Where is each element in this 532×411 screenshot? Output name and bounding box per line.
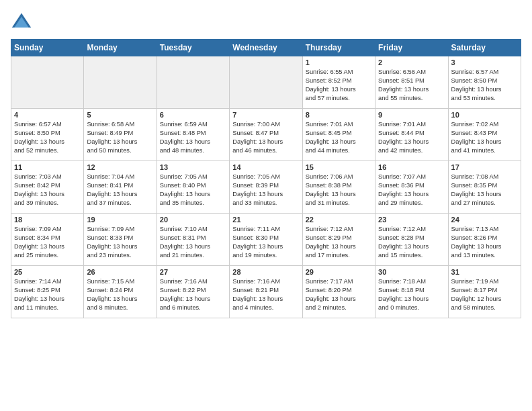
day-info: Sunrise: 6:57 AM Sunset: 8:50 PM Dayligh… (451, 68, 518, 103)
calendar-day: 18Sunrise: 7:09 AM Sunset: 8:34 PM Dayli… (11, 214, 84, 266)
day-info: Sunrise: 7:03 AM Sunset: 8:42 PM Dayligh… (14, 173, 81, 208)
day-info: Sunrise: 7:12 AM Sunset: 8:29 PM Dayligh… (306, 225, 372, 260)
day-info: Sunrise: 7:16 AM Sunset: 8:21 PM Dayligh… (232, 277, 299, 312)
day-info: Sunrise: 7:02 AM Sunset: 8:43 PM Dayligh… (451, 120, 518, 155)
day-info: Sunrise: 6:55 AM Sunset: 8:52 PM Dayligh… (306, 68, 372, 103)
day-info: Sunrise: 7:19 AM Sunset: 8:17 PM Dayligh… (451, 277, 518, 312)
calendar-day: 23Sunrise: 7:12 AM Sunset: 8:28 PM Dayli… (375, 214, 448, 266)
weekday-header-monday: Monday (84, 40, 157, 56)
calendar-day: 26Sunrise: 7:15 AM Sunset: 8:24 PM Dayli… (84, 266, 157, 318)
day-number: 30 (378, 268, 445, 276)
calendar-day (84, 56, 157, 109)
calendar-day: 17Sunrise: 7:08 AM Sunset: 8:35 PM Dayli… (448, 161, 521, 214)
calendar-day: 31Sunrise: 7:19 AM Sunset: 8:17 PM Dayli… (448, 266, 521, 318)
day-info: Sunrise: 7:06 AM Sunset: 8:38 PM Dayligh… (306, 173, 372, 208)
day-number: 27 (160, 268, 226, 276)
weekday-header-saturday: Saturday (448, 40, 521, 56)
calendar-day: 19Sunrise: 7:09 AM Sunset: 8:33 PM Dayli… (84, 214, 157, 266)
day-info: Sunrise: 7:10 AM Sunset: 8:31 PM Dayligh… (160, 225, 226, 260)
weekday-header-row: SundayMondayTuesdayWednesdayThursdayFrid… (11, 40, 521, 56)
calendar-day: 25Sunrise: 7:14 AM Sunset: 8:25 PM Dayli… (11, 266, 84, 318)
day-number: 26 (87, 268, 153, 276)
calendar-week-3: 11Sunrise: 7:03 AM Sunset: 8:42 PM Dayli… (11, 161, 521, 214)
day-info: Sunrise: 7:15 AM Sunset: 8:24 PM Dayligh… (87, 277, 153, 312)
day-number: 28 (232, 268, 299, 276)
day-number: 9 (378, 111, 445, 119)
calendar-table: SundayMondayTuesdayWednesdayThursdayFrid… (11, 39, 521, 318)
calendar-day (11, 56, 84, 109)
day-number: 6 (160, 111, 226, 119)
calendar-day: 28Sunrise: 7:16 AM Sunset: 8:21 PM Dayli… (230, 266, 302, 318)
calendar-day: 20Sunrise: 7:10 AM Sunset: 8:31 PM Dayli… (157, 214, 229, 266)
day-number: 22 (306, 216, 372, 224)
day-info: Sunrise: 7:18 AM Sunset: 8:18 PM Dayligh… (378, 277, 445, 312)
day-info: Sunrise: 7:09 AM Sunset: 8:33 PM Dayligh… (87, 225, 153, 260)
day-info: Sunrise: 7:00 AM Sunset: 8:47 PM Dayligh… (232, 120, 299, 155)
day-number: 17 (451, 163, 518, 171)
day-number: 29 (306, 268, 372, 276)
day-number: 14 (232, 163, 299, 171)
day-info: Sunrise: 7:17 AM Sunset: 8:20 PM Dayligh… (306, 277, 372, 312)
page-header (11, 11, 521, 32)
calendar-day: 24Sunrise: 7:13 AM Sunset: 8:26 PM Dayli… (448, 214, 521, 266)
day-info: Sunrise: 7:04 AM Sunset: 8:41 PM Dayligh… (87, 173, 153, 208)
calendar-day: 10Sunrise: 7:02 AM Sunset: 8:43 PM Dayli… (448, 109, 521, 161)
calendar-day: 3Sunrise: 6:57 AM Sunset: 8:50 PM Daylig… (448, 56, 521, 109)
calendar-day: 22Sunrise: 7:12 AM Sunset: 8:29 PM Dayli… (302, 214, 375, 266)
day-info: Sunrise: 7:07 AM Sunset: 8:36 PM Dayligh… (378, 173, 445, 208)
logo-icon (11, 11, 32, 32)
calendar-week-5: 25Sunrise: 7:14 AM Sunset: 8:25 PM Dayli… (11, 266, 521, 318)
day-number: 23 (378, 216, 445, 224)
calendar-day: 11Sunrise: 7:03 AM Sunset: 8:42 PM Dayli… (11, 161, 84, 214)
day-info: Sunrise: 7:16 AM Sunset: 8:22 PM Dayligh… (160, 277, 226, 312)
day-number: 8 (306, 111, 372, 119)
day-info: Sunrise: 6:58 AM Sunset: 8:49 PM Dayligh… (87, 120, 153, 155)
day-info: Sunrise: 7:14 AM Sunset: 8:25 PM Dayligh… (14, 277, 81, 312)
calendar-body: 1Sunrise: 6:55 AM Sunset: 8:52 PM Daylig… (11, 56, 521, 318)
day-info: Sunrise: 7:13 AM Sunset: 8:26 PM Dayligh… (451, 225, 518, 260)
day-number: 7 (232, 111, 299, 119)
weekday-header-thursday: Thursday (302, 40, 375, 56)
calendar-day: 12Sunrise: 7:04 AM Sunset: 8:41 PM Dayli… (84, 161, 157, 214)
day-number: 3 (451, 58, 518, 66)
calendar-header: SundayMondayTuesdayWednesdayThursdayFrid… (11, 40, 521, 56)
day-number: 13 (160, 163, 226, 171)
calendar-day: 30Sunrise: 7:18 AM Sunset: 8:18 PM Dayli… (375, 266, 448, 318)
calendar-day: 16Sunrise: 7:07 AM Sunset: 8:36 PM Dayli… (375, 161, 448, 214)
calendar-day (230, 56, 302, 109)
day-info: Sunrise: 7:01 AM Sunset: 8:45 PM Dayligh… (306, 120, 372, 155)
weekday-header-friday: Friday (375, 40, 448, 56)
day-info: Sunrise: 7:08 AM Sunset: 8:35 PM Dayligh… (451, 173, 518, 208)
day-number: 31 (451, 268, 518, 276)
calendar-day: 1Sunrise: 6:55 AM Sunset: 8:52 PM Daylig… (302, 56, 375, 109)
day-number: 11 (14, 163, 81, 171)
calendar-week-1: 1Sunrise: 6:55 AM Sunset: 8:52 PM Daylig… (11, 56, 521, 109)
day-info: Sunrise: 7:09 AM Sunset: 8:34 PM Dayligh… (14, 225, 81, 260)
day-number: 24 (451, 216, 518, 224)
calendar-week-2: 4Sunrise: 6:57 AM Sunset: 8:50 PM Daylig… (11, 109, 521, 161)
day-number: 15 (306, 163, 372, 171)
day-info: Sunrise: 6:56 AM Sunset: 8:51 PM Dayligh… (378, 68, 445, 103)
day-info: Sunrise: 6:59 AM Sunset: 8:48 PM Dayligh… (160, 120, 226, 155)
calendar-day: 13Sunrise: 7:05 AM Sunset: 8:40 PM Dayli… (157, 161, 229, 214)
page-container: SundayMondayTuesdayWednesdayThursdayFrid… (0, 0, 532, 325)
calendar-week-4: 18Sunrise: 7:09 AM Sunset: 8:34 PM Dayli… (11, 214, 521, 266)
weekday-header-tuesday: Tuesday (157, 40, 229, 56)
calendar-day: 7Sunrise: 7:00 AM Sunset: 8:47 PM Daylig… (230, 109, 302, 161)
calendar-day: 27Sunrise: 7:16 AM Sunset: 8:22 PM Dayli… (157, 266, 229, 318)
day-info: Sunrise: 7:05 AM Sunset: 8:39 PM Dayligh… (232, 173, 299, 208)
day-number: 2 (378, 58, 445, 66)
day-number: 25 (14, 268, 81, 276)
day-number: 1 (306, 58, 372, 66)
day-number: 5 (87, 111, 153, 119)
calendar-day: 4Sunrise: 6:57 AM Sunset: 8:50 PM Daylig… (11, 109, 84, 161)
day-number: 4 (14, 111, 81, 119)
calendar-day: 5Sunrise: 6:58 AM Sunset: 8:49 PM Daylig… (84, 109, 157, 161)
calendar-day (157, 56, 229, 109)
day-info: Sunrise: 7:01 AM Sunset: 8:44 PM Dayligh… (378, 120, 445, 155)
day-number: 12 (87, 163, 153, 171)
calendar-day: 29Sunrise: 7:17 AM Sunset: 8:20 PM Dayli… (302, 266, 375, 318)
calendar-day: 9Sunrise: 7:01 AM Sunset: 8:44 PM Daylig… (375, 109, 448, 161)
weekday-header-sunday: Sunday (11, 40, 84, 56)
calendar-day: 6Sunrise: 6:59 AM Sunset: 8:48 PM Daylig… (157, 109, 229, 161)
